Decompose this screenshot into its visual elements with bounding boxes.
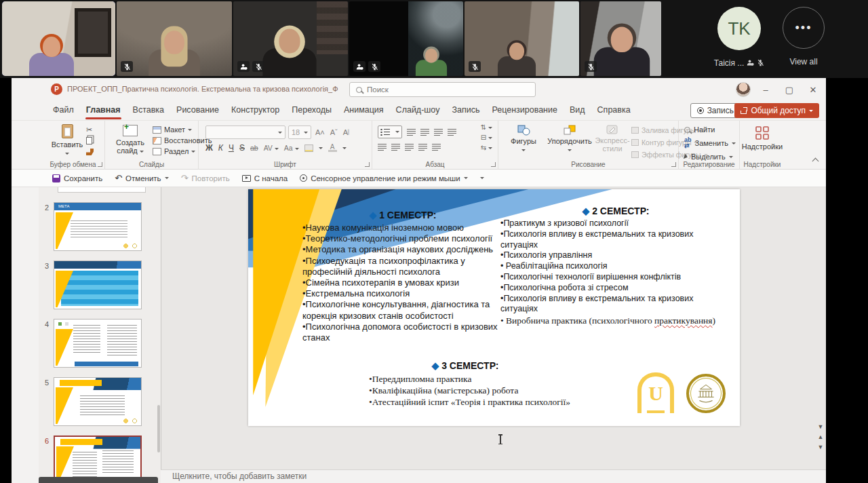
save-button[interactable]: Сохранить xyxy=(52,174,102,182)
scroll-down-icon[interactable]: ▼ xyxy=(816,424,825,430)
share-button[interactable]: Общий доступ xyxy=(734,103,819,118)
tab-Файл[interactable]: Файл xyxy=(47,101,80,120)
slide-thumbnail-art[interactable] xyxy=(54,436,142,483)
qat-overflow-icon[interactable] xyxy=(480,177,484,179)
minimize-button[interactable]: – xyxy=(754,78,777,101)
new-slide-button[interactable]: Создать слайд xyxy=(111,125,150,155)
course-item: •Психологічна допомога особистості в кри… xyxy=(302,322,503,343)
participant-video-5[interactable] xyxy=(465,1,579,76)
participant-video-1[interactable] xyxy=(2,1,115,76)
tab-Анимация[interactable]: Анимация xyxy=(338,101,390,120)
tab-Слайд-шоу[interactable]: Слайд-шоу xyxy=(390,101,446,120)
shrink-font-button[interactable]: Aˇ xyxy=(329,128,339,136)
align-text-button[interactable]: ⊟ xyxy=(481,134,492,141)
tab-Рецензирование[interactable]: Рецензирование xyxy=(486,101,564,120)
slide-canvas[interactable]: ◆ 1 СЕМЕСТР:•Наукова комунікація іноземн… xyxy=(248,189,740,426)
convert-smartart-button[interactable]: ⇆ xyxy=(481,144,492,151)
restore-button[interactable]: ▢ xyxy=(778,78,801,101)
italic-button[interactable]: К xyxy=(218,143,223,153)
align-left-button[interactable] xyxy=(378,143,387,151)
font-name-combo[interactable] xyxy=(205,125,285,139)
increase-indent-button[interactable] xyxy=(434,128,443,136)
align-right-button[interactable] xyxy=(405,143,414,151)
quick-styles-button[interactable]: Экспресс-стили xyxy=(593,125,631,153)
record-button[interactable]: Запись xyxy=(690,103,741,118)
panel-scrollbar[interactable] xyxy=(157,405,160,452)
previous-slide-icon[interactable]: ▲ xyxy=(816,434,825,440)
slide-thumbnail-2[interactable]: 2МЕТА xyxy=(39,202,161,251)
from-start-button[interactable]: С начала xyxy=(242,174,288,182)
addins-button[interactable]: Надстройки xyxy=(740,125,785,151)
slide-thumbnail-art[interactable] xyxy=(54,377,142,426)
redo-button[interactable]: ↷Повторить xyxy=(181,174,230,182)
account-avatar[interactable] xyxy=(736,82,751,97)
search-input[interactable]: Поиск xyxy=(349,82,536,97)
tab-Переходы[interactable]: Переходы xyxy=(285,101,338,120)
underline-button[interactable]: Ч xyxy=(229,143,234,153)
next-slide-icon[interactable]: ▼ xyxy=(816,444,825,450)
participant-video-6[interactable] xyxy=(580,1,661,76)
muted-mic-icon xyxy=(368,61,380,72)
slide-thumbnail-partial[interactable] xyxy=(58,187,146,193)
font-size-combo[interactable]: 18 xyxy=(288,125,311,139)
close-button[interactable]: ✕ xyxy=(802,78,825,101)
dialog-launcher-icon[interactable] xyxy=(671,162,676,167)
bold-button[interactable]: Ж xyxy=(205,143,213,153)
find-button[interactable]: Найти xyxy=(684,125,736,134)
clear-format-button[interactable]: A𝄁 xyxy=(342,128,351,137)
justify-button[interactable] xyxy=(418,143,427,151)
slide-thumbnail-4[interactable]: 4 xyxy=(39,319,161,368)
slide-thumbnail-art[interactable]: МЕТА xyxy=(54,202,142,251)
clipboard-group: Вставить ✂ Буфер обмена xyxy=(41,121,105,170)
course-item: •Психологічна робота зі стресом xyxy=(500,283,731,294)
text-direction-button[interactable]: ⇅ xyxy=(481,124,492,131)
slide-thumbnail-6[interactable]: 6 xyxy=(39,436,161,483)
ellipsis-icon[interactable]: ••• xyxy=(783,7,825,49)
arrange-button[interactable]: Упорядочить xyxy=(547,125,592,153)
slide-thumbnail-art[interactable] xyxy=(54,319,142,368)
copy-button[interactable] xyxy=(86,137,92,144)
cut-button[interactable]: ✂ xyxy=(86,126,92,133)
participant-video-3[interactable] xyxy=(233,1,348,76)
font-color-button[interactable]: А xyxy=(328,144,337,152)
collapse-ribbon-icon[interactable] xyxy=(812,158,819,165)
slide-thumbnail-5[interactable]: 5 xyxy=(39,377,161,426)
tab-Конструктор[interactable]: Конструктор xyxy=(225,101,285,120)
view-all-button[interactable]: ••• View all xyxy=(773,0,834,78)
replace-button[interactable]: ab⇄Заменить xyxy=(684,137,736,149)
format-painter-button[interactable] xyxy=(86,149,94,155)
participant-video-4[interactable] xyxy=(349,1,463,76)
undo-button[interactable]: ↶Отменить xyxy=(115,174,168,182)
tab-Запись[interactable]: Запись xyxy=(446,101,486,120)
dialog-launcher-icon[interactable] xyxy=(365,162,370,167)
decrease-indent-button[interactable] xyxy=(420,128,429,136)
notes-pane[interactable]: Щелкните, чтобы добавить заметки xyxy=(161,469,826,483)
line-spacing-button[interactable] xyxy=(448,128,456,136)
strikethrough-button[interactable]: S xyxy=(239,143,245,153)
char-spacing-button[interactable]: AV xyxy=(264,144,279,152)
tab-Главная[interactable]: Главная xyxy=(80,101,127,120)
dialog-launcher-icon[interactable] xyxy=(491,162,496,167)
numbering-button[interactable] xyxy=(407,128,416,136)
select-button[interactable]: Выделить xyxy=(684,153,736,161)
tab-Рисование[interactable]: Рисование xyxy=(170,101,225,120)
participant-video-2[interactable] xyxy=(117,1,232,76)
dialog-launcher-icon[interactable] xyxy=(98,162,102,167)
participant-audio-tile[interactable]: TK Таісія ... xyxy=(705,0,773,78)
bullets-button[interactable] xyxy=(378,125,402,138)
grow-font-button[interactable]: A˄ xyxy=(314,128,326,136)
tab-Справка[interactable]: Справка xyxy=(591,101,637,120)
slide-thumbnail-art[interactable] xyxy=(54,260,142,309)
tab-Вид[interactable]: Вид xyxy=(564,101,591,120)
slide-thumbnail-3[interactable]: 3 xyxy=(39,260,161,309)
shapes-button[interactable]: Фигуры xyxy=(501,125,546,153)
touch-mode-button[interactable]: Сенсорное управление или режим мыши xyxy=(300,174,468,182)
highlight-color-button[interactable] xyxy=(304,144,313,152)
shadow-button[interactable]: ab xyxy=(250,144,258,152)
columns-button[interactable] xyxy=(432,143,441,151)
align-center-button[interactable] xyxy=(391,143,400,151)
paste-button[interactable]: Вставить xyxy=(50,124,85,157)
change-case-button[interactable]: Aa xyxy=(284,144,299,152)
faculty-emblem xyxy=(686,374,726,413)
tab-Вставка[interactable]: Вставка xyxy=(127,101,170,120)
